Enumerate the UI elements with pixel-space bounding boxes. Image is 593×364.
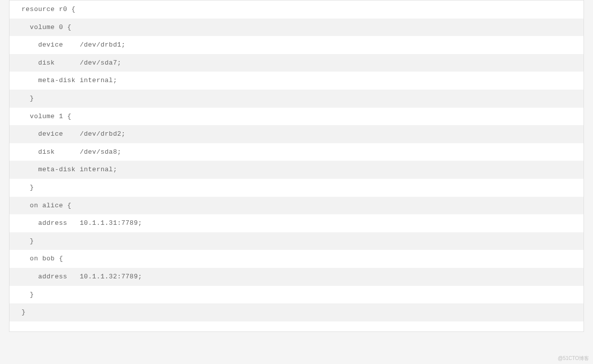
code-line: }: [10, 179, 583, 197]
code-line: }: [10, 232, 583, 250]
code-line: meta-disk internal;: [10, 161, 583, 179]
code-line: volume 1 {: [10, 108, 583, 126]
code-line: disk /dev/sda8;: [10, 143, 583, 161]
code-line: device /dev/drbd1;: [10, 36, 583, 54]
code-line: address 10.1.1.32:7789;: [10, 268, 583, 286]
code-line: on bob {: [10, 250, 583, 268]
code-line: resource r0 {: [10, 1, 583, 19]
code-line: address 10.1.1.31:7789;: [10, 214, 583, 232]
code-line: [10, 321, 583, 331]
code-line: device /dev/drbd2;: [10, 125, 583, 143]
code-line: }: [10, 303, 583, 321]
code-line: meta-disk internal;: [10, 72, 583, 90]
code-line: volume 0 {: [10, 19, 583, 37]
code-line: }: [10, 286, 583, 304]
code-block: resource r0 { volume 0 { device /dev/drb…: [9, 0, 584, 332]
code-line: disk /dev/sda7;: [10, 54, 583, 72]
code-line: }: [10, 90, 583, 108]
code-line: on alice {: [10, 197, 583, 215]
